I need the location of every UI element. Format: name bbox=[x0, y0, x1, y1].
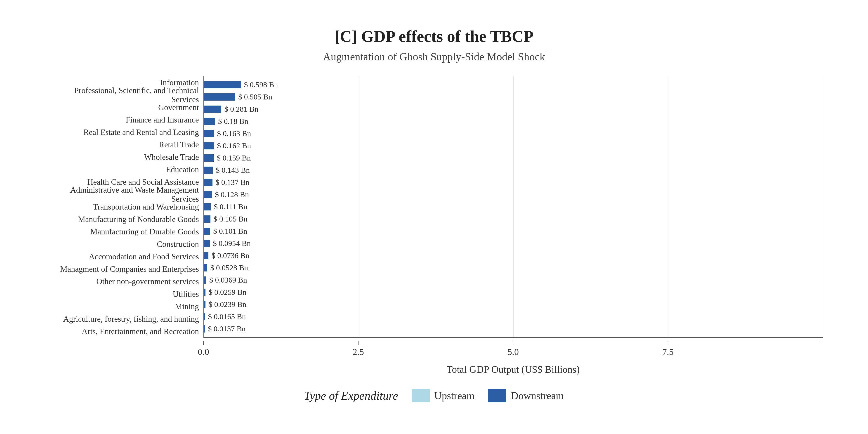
bar-12 bbox=[204, 228, 210, 235]
legend-item-downstream: Downstream bbox=[488, 389, 564, 402]
bar-0 bbox=[204, 81, 241, 88]
bar-row-10: $ 0.111 Bn bbox=[204, 201, 823, 213]
x-axis-title: Total GDP Output (US$ Billions) bbox=[45, 364, 823, 375]
x-tick-label-3: 7.5 bbox=[662, 346, 674, 357]
bar-16 bbox=[204, 276, 206, 284]
y-label-5: Retail Trade bbox=[159, 138, 199, 151]
y-label-13: Construction bbox=[157, 238, 199, 251]
x-tick-1: 2.5 bbox=[352, 341, 364, 357]
bar-value-label-6: $ 0.159 Bn bbox=[217, 154, 251, 162]
bar-15 bbox=[204, 264, 207, 272]
bar-row-4: $ 0.163 Bn bbox=[204, 127, 823, 140]
bar-value-label-13: $ 0.0954 Bn bbox=[213, 239, 251, 248]
y-label-16: Other non-government services bbox=[96, 276, 199, 288]
bar-11 bbox=[204, 215, 211, 223]
upstream-label: Upstream bbox=[434, 390, 475, 402]
bar-row-12: $ 0.101 Bn bbox=[204, 225, 823, 237]
downstream-swatch bbox=[488, 389, 506, 402]
y-label-6: Wholesale Trade bbox=[144, 151, 199, 163]
bar-row-5: $ 0.162 Bn bbox=[204, 140, 823, 152]
x-tick-label-0: 0.0 bbox=[198, 346, 209, 357]
y-label-1: Professional, Scientific, and Technical … bbox=[45, 89, 199, 101]
bar-row-17: $ 0.0259 Bn bbox=[204, 286, 823, 298]
bar-value-label-3: $ 0.18 Bn bbox=[218, 117, 248, 126]
bar-value-label-19: $ 0.0165 Bn bbox=[208, 312, 246, 321]
y-axis-labels: InformationProfessional, Scientific, and… bbox=[45, 76, 204, 338]
bar-value-label-17: $ 0.0259 Bn bbox=[209, 288, 246, 297]
x-ticks: 0.02.55.07.5 bbox=[204, 341, 823, 359]
x-tick-0: 0.0 bbox=[198, 341, 209, 357]
bar-20 bbox=[204, 325, 205, 333]
bar-row-15: $ 0.0528 Bn bbox=[204, 262, 823, 274]
x-tick-2: 5.0 bbox=[507, 341, 519, 357]
bar-17 bbox=[204, 289, 206, 296]
bar-14 bbox=[204, 252, 209, 259]
bar-value-label-2: $ 0.281 Bn bbox=[224, 105, 258, 114]
bar-4 bbox=[204, 130, 214, 137]
bar-row-0: $ 0.598 Bn bbox=[204, 79, 823, 91]
bar-13 bbox=[204, 240, 210, 247]
bar-10 bbox=[204, 203, 211, 211]
bar-1 bbox=[204, 93, 235, 101]
bar-6 bbox=[204, 154, 214, 162]
bar-value-label-5: $ 0.162 Bn bbox=[217, 142, 251, 150]
bar-3 bbox=[204, 118, 215, 125]
chart-area: InformationProfessional, Scientific, and… bbox=[45, 76, 823, 375]
bar-value-label-4: $ 0.163 Bn bbox=[217, 129, 251, 138]
bar-value-label-20: $ 0.0137 Bn bbox=[208, 324, 246, 333]
bar-value-label-18: $ 0.0239 Bn bbox=[209, 300, 246, 309]
y-label-4: Real Estate and Rental and Leasing bbox=[84, 126, 199, 138]
bar-row-6: $ 0.159 Bn bbox=[204, 152, 823, 164]
bar-row-14: $ 0.0736 Bn bbox=[204, 250, 823, 262]
y-label-14: Accomodation and Food Services bbox=[89, 251, 199, 263]
bar-value-label-0: $ 0.598 Bn bbox=[244, 81, 278, 89]
bar-row-8: $ 0.137 Bn bbox=[204, 176, 823, 188]
y-label-9: Administrative and Waste Management Serv… bbox=[45, 188, 199, 201]
bar-value-label-15: $ 0.0528 Bn bbox=[210, 264, 248, 272]
y-label-18: Mining bbox=[175, 301, 199, 313]
bar-row-18: $ 0.0239 Bn bbox=[204, 298, 823, 311]
bar-row-9: $ 0.128 Bn bbox=[204, 188, 823, 201]
bar-value-label-16: $ 0.0369 Bn bbox=[209, 276, 247, 284]
legend-item-upstream: Upstream bbox=[412, 389, 475, 402]
upstream-swatch bbox=[412, 389, 430, 402]
y-label-2: Government bbox=[158, 101, 199, 114]
bar-2 bbox=[204, 105, 221, 113]
bar-value-label-14: $ 0.0736 Bn bbox=[212, 251, 249, 260]
bar-value-label-10: $ 0.111 Bn bbox=[214, 203, 247, 211]
bar-value-label-1: $ 0.505 Bn bbox=[238, 93, 272, 101]
y-label-3: Finance and Insurance bbox=[126, 114, 199, 126]
x-tick-label-1: 2.5 bbox=[352, 346, 364, 357]
bar-row-1: $ 0.505 Bn bbox=[204, 91, 823, 103]
bar-7 bbox=[204, 166, 213, 174]
downstream-label: Downstream bbox=[511, 390, 564, 402]
bar-value-label-8: $ 0.137 Bn bbox=[215, 178, 249, 187]
legend: Type of Expenditure Upstream Downstream bbox=[304, 389, 564, 402]
y-label-7: Education bbox=[166, 163, 199, 176]
chart-body: InformationProfessional, Scientific, and… bbox=[45, 76, 823, 338]
plot-area: $ 0.598 Bn$ 0.505 Bn$ 0.281 Bn$ 0.18 Bn$… bbox=[204, 76, 823, 338]
bar-value-label-12: $ 0.101 Bn bbox=[213, 227, 247, 236]
bar-value-label-7: $ 0.143 Bn bbox=[216, 166, 250, 175]
bar-9 bbox=[204, 191, 212, 198]
x-tick-label-2: 5.0 bbox=[507, 346, 519, 357]
bar-19 bbox=[204, 313, 205, 320]
x-axis-area: 0.02.55.07.5 bbox=[45, 341, 823, 359]
bar-row-16: $ 0.0369 Bn bbox=[204, 274, 823, 286]
y-label-20: Arts, Entertainment, and Recreation bbox=[82, 325, 199, 338]
chart-title: [C] GDP effects of the TBCP bbox=[335, 27, 533, 46]
bar-row-11: $ 0.105 Bn bbox=[204, 213, 823, 225]
bar-row-2: $ 0.281 Bn bbox=[204, 103, 823, 115]
bar-8 bbox=[204, 179, 213, 186]
bar-row-7: $ 0.143 Bn bbox=[204, 164, 823, 176]
chart-subtitle: Augmentation of Ghosh Supply-Side Model … bbox=[323, 51, 545, 63]
chart-container: [C] GDP effects of the TBCP Augmentation… bbox=[27, 13, 841, 421]
y-label-11: Manufacturing of Nondurable Goods bbox=[78, 213, 199, 226]
y-label-19: Agriculture, forestry, fishing, and hunt… bbox=[63, 313, 199, 325]
bar-5 bbox=[204, 142, 214, 149]
bar-row-19: $ 0.0165 Bn bbox=[204, 311, 823, 323]
grid-line-4 bbox=[823, 76, 823, 337]
x-tick-3: 7.5 bbox=[662, 341, 674, 357]
bar-row-20: $ 0.0137 Bn bbox=[204, 323, 823, 335]
bar-row-13: $ 0.0954 Bn bbox=[204, 237, 823, 250]
